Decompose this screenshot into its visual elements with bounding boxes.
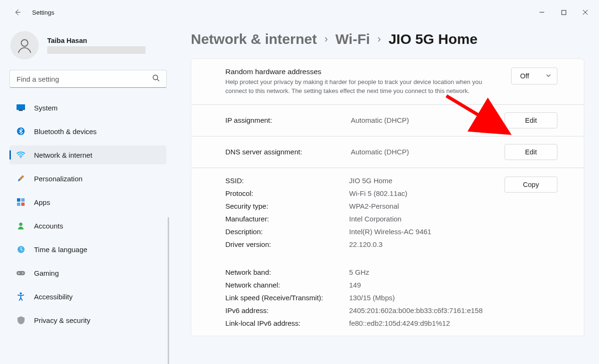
detail-value: fe80::edb2:105d:4249:d9b1%12 xyxy=(349,319,496,327)
detail-row: SSID:JIO 5G Home xyxy=(225,177,498,185)
sidebar: Taiba Hasan System Bluetooth & device xyxy=(0,25,174,364)
detail-value: 149 xyxy=(349,281,496,289)
detail-key: Network band: xyxy=(225,268,349,276)
sidebar-item-label: Time & language xyxy=(34,245,87,254)
detail-row: Link-local IPv6 address:fe80::edb2:105d:… xyxy=(225,319,498,327)
breadcrumb: Network & internet › Wi-Fi › JIO 5G Home xyxy=(191,31,585,47)
sidebar-item-label: Network & internet xyxy=(34,151,92,159)
sidebar-item-label: Bluetooth & devices xyxy=(34,127,97,135)
detail-value: 2405:201:602a:b00e:bb33:c6f3:7161:e158 xyxy=(349,306,496,314)
detail-row: Network band:5 GHz xyxy=(225,268,498,276)
svg-rect-8 xyxy=(21,198,25,202)
gamepad-icon xyxy=(16,268,26,278)
detail-row: Security type:WPA2-Personal xyxy=(225,202,498,210)
svg-point-1 xyxy=(21,40,28,46)
sidebar-item-gaming[interactable]: Gaming xyxy=(9,263,166,282)
sidebar-item-accessibility[interactable]: Accessibility xyxy=(9,287,166,306)
svg-rect-4 xyxy=(19,110,23,111)
search-field[interactable] xyxy=(17,75,152,83)
svg-point-16 xyxy=(20,292,22,294)
shield-icon xyxy=(16,315,26,325)
accessibility-icon xyxy=(16,292,26,301)
sidebar-item-label: Privacy & security xyxy=(34,316,90,324)
sidebar-item-system[interactable]: System xyxy=(9,98,166,117)
detail-row: Link speed (Receive/Transmit):130/15 (Mb… xyxy=(225,294,498,302)
back-icon[interactable] xyxy=(13,8,22,17)
sidebar-item-label: Gaming xyxy=(34,269,59,277)
sidebar-item-label: Apps xyxy=(34,198,50,206)
app-title: Settings xyxy=(32,9,54,16)
chevron-down-icon xyxy=(546,72,551,80)
dns-value: Automatic (DHCP) xyxy=(351,148,491,156)
sidebar-item-network[interactable]: Network & internet xyxy=(9,145,166,164)
detail-key: SSID: xyxy=(225,177,349,185)
user-email-redacted xyxy=(47,46,145,54)
minimize-button[interactable] xyxy=(531,5,553,20)
sidebar-item-label: Personalization xyxy=(34,175,83,183)
ip-edit-button[interactable]: Edit xyxy=(505,112,557,128)
monitor-icon xyxy=(16,103,26,112)
random-hw-dropdown[interactable]: Off xyxy=(511,68,557,85)
random-hw-title: Random hardware addresses xyxy=(225,68,505,76)
sidebar-item-accounts[interactable]: Accounts xyxy=(9,216,166,235)
brush-icon xyxy=(16,174,26,183)
detail-key: Protocol: xyxy=(225,189,349,197)
content: Network & internet › Wi-Fi › JIO 5G Home… xyxy=(174,25,599,364)
svg-rect-7 xyxy=(17,198,20,202)
detail-value: 22.120.0.3 xyxy=(349,240,496,248)
detail-value: Intel(R) Wireless-AC 9461 xyxy=(349,228,496,236)
wifi-icon xyxy=(16,150,26,160)
svg-rect-10 xyxy=(21,203,25,206)
sidebar-scrollbar[interactable] xyxy=(168,217,169,364)
detail-value: JIO 5G Home xyxy=(349,177,496,185)
bluetooth-icon xyxy=(16,127,26,136)
card-details: SSID:JIO 5G Home Protocol:Wi-Fi 5 (802.1… xyxy=(191,168,584,336)
sidebar-item-apps[interactable]: Apps xyxy=(9,193,166,212)
detail-value: Wi-Fi 5 (802.11ac) xyxy=(349,189,496,197)
detail-key: Manufacturer: xyxy=(225,215,349,223)
sidebar-item-privacy[interactable]: Privacy & security xyxy=(9,311,166,330)
card-random-hw: Random hardware addresses Help protect y… xyxy=(191,59,584,105)
detail-key: Network channel: xyxy=(225,281,349,289)
apps-icon xyxy=(16,197,26,207)
svg-point-2 xyxy=(153,75,158,80)
breadcrumb-network[interactable]: Network & internet xyxy=(191,31,317,47)
card-ip-assignment: IP assignment: Automatic (DHCP) Edit xyxy=(191,105,584,136)
breadcrumb-current: JIO 5G Home xyxy=(388,31,477,47)
svg-point-6 xyxy=(20,157,22,158)
svg-point-14 xyxy=(18,272,19,273)
chevron-right-icon: › xyxy=(377,33,381,45)
detail-key: Driver version: xyxy=(225,240,349,248)
detail-row: Protocol:Wi-Fi 5 (802.11ac) xyxy=(225,189,498,197)
detail-row: Manufacturer:Intel Corporation xyxy=(225,215,498,223)
search-input[interactable] xyxy=(9,70,167,88)
chevron-right-icon: › xyxy=(325,33,328,45)
maximize-button[interactable] xyxy=(553,5,574,20)
user-block[interactable]: Taiba Hasan xyxy=(9,31,166,59)
globe-clock-icon xyxy=(16,245,26,254)
svg-rect-9 xyxy=(17,203,20,206)
dns-label: DNS server assignment: xyxy=(225,148,344,156)
sidebar-item-personalization[interactable]: Personalization xyxy=(9,169,166,188)
sidebar-item-time-language[interactable]: Time & language xyxy=(9,240,166,259)
user-name: Taiba Hasan xyxy=(47,37,145,44)
detail-value: Intel Corporation xyxy=(349,215,496,223)
detail-key: Link-local IPv6 address: xyxy=(225,319,349,327)
sidebar-item-bluetooth[interactable]: Bluetooth & devices xyxy=(9,122,166,141)
svg-point-11 xyxy=(19,223,23,226)
breadcrumb-wifi[interactable]: Wi-Fi xyxy=(335,31,370,47)
detail-row: IPv6 address:2405:201:602a:b00e:bb33:c6f… xyxy=(225,306,498,314)
sidebar-item-label: System xyxy=(34,104,58,112)
svg-rect-13 xyxy=(17,271,25,275)
copy-button[interactable]: Copy xyxy=(505,177,557,193)
window-controls xyxy=(531,5,599,20)
person-icon xyxy=(16,221,26,230)
title-bar: Settings xyxy=(0,0,599,25)
detail-value: 5 GHz xyxy=(349,268,496,276)
detail-row: Description:Intel(R) Wireless-AC 9461 xyxy=(225,228,498,236)
details-list: SSID:JIO 5G Home Protocol:Wi-Fi 5 (802.1… xyxy=(225,177,498,327)
avatar xyxy=(10,31,39,59)
close-button[interactable] xyxy=(574,5,596,20)
dns-edit-button[interactable]: Edit xyxy=(505,144,557,160)
ip-value: Automatic (DHCP) xyxy=(351,116,491,124)
